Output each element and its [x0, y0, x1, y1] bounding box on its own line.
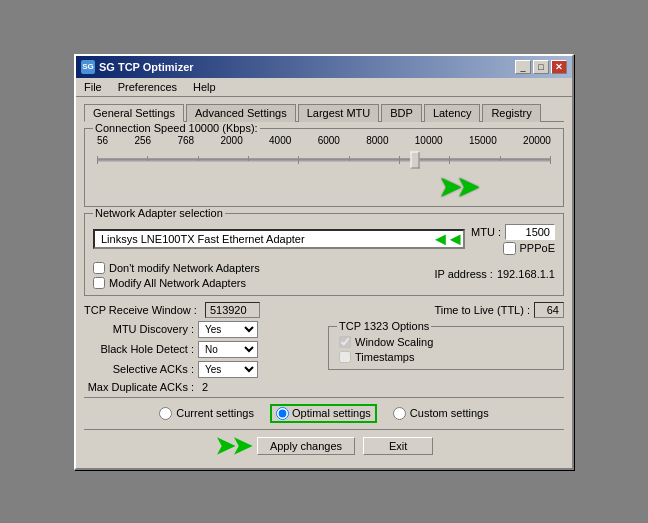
slider-arrow-row: ➤➤: [93, 174, 555, 200]
main-window: SG SG TCP Optimizer _ □ ✕ File Preferenc…: [74, 54, 574, 470]
custom-settings-label: Custom settings: [410, 407, 489, 419]
window-scaling-row: Window Scaling: [339, 336, 553, 348]
tick-56: 56: [97, 135, 108, 146]
current-settings-radio[interactable]: [159, 407, 172, 420]
network-adapter-section: Network Adapter selection Linksys LNE100…: [84, 213, 564, 296]
window-scaling-label: Window Scaling: [355, 336, 433, 348]
tick-mark: [97, 156, 98, 164]
mtu-label: MTU :: [471, 226, 501, 238]
menu-preferences[interactable]: Preferences: [114, 80, 181, 94]
adapter-bottom-row: Don't modify Network Adapters Modify All…: [93, 259, 555, 289]
dont-modify-label: Don't modify Network Adapters: [109, 262, 260, 274]
tab-latency[interactable]: Latency: [424, 104, 481, 122]
apply-green-arrow-icon: ➤➤: [215, 434, 249, 458]
dont-modify-checkbox[interactable]: [93, 262, 105, 274]
slider-container: [97, 148, 551, 172]
tick-mark: [500, 156, 501, 161]
timestamps-checkbox[interactable]: [339, 351, 351, 363]
tab-advanced-settings[interactable]: Advanced Settings: [186, 104, 296, 122]
tab-general-settings[interactable]: General Settings: [84, 104, 184, 122]
mtu-input[interactable]: [505, 224, 555, 240]
content-area: General Settings Advanced Settings Large…: [76, 97, 572, 468]
current-settings-label: Current settings: [176, 407, 254, 419]
tick-mark: [399, 156, 400, 164]
modify-all-row: Modify All Network Adapters: [93, 277, 260, 289]
tick-768: 768: [177, 135, 194, 146]
mtu-row: MTU :: [471, 224, 555, 240]
current-settings-radio-row: Current settings: [159, 407, 254, 420]
black-hole-row: Black Hole Detect : No Yes: [84, 341, 320, 358]
minimize-button[interactable]: _: [515, 60, 531, 74]
connection-speed-section: Connection Speed 10000 (Kbps): 56 256 76…: [84, 128, 564, 207]
tick-mark: [550, 156, 551, 164]
maximize-button[interactable]: □: [533, 60, 549, 74]
tick-2000: 2000: [220, 135, 242, 146]
menu-help[interactable]: Help: [189, 80, 220, 94]
max-dup-label: Max Duplicate ACKs :: [84, 381, 194, 393]
max-dup-row: Max Duplicate ACKs : 2: [84, 381, 320, 393]
adapter-row: Linksys LNE100TX Fast Ethernet Adapter ◄…: [93, 224, 555, 255]
adapter-checkboxes: Don't modify Network Adapters Modify All…: [93, 259, 260, 289]
tab-largest-mtu[interactable]: Largest MTU: [298, 104, 380, 122]
radio-group: Current settings Optimal settings Custom…: [84, 404, 564, 423]
optimal-settings-label: Optimal settings: [292, 407, 371, 419]
tick-20000: 20000: [523, 135, 551, 146]
mtu-pppoe-container: MTU : PPPoE: [471, 224, 555, 255]
black-hole-label: Black Hole Detect :: [84, 343, 194, 355]
selective-acks-select[interactable]: Yes No: [198, 361, 258, 378]
tick-8000: 8000: [366, 135, 388, 146]
ttl-row: Time to Live (TTL) : 64: [328, 302, 564, 318]
apply-button[interactable]: Apply changes: [257, 437, 355, 455]
modify-all-label: Modify All Network Adapters: [109, 277, 246, 289]
tick-10000: 10000: [415, 135, 443, 146]
pppoe-checkbox[interactable]: [503, 242, 516, 255]
adapter-select[interactable]: Linksys LNE100TX Fast Ethernet Adapter: [93, 229, 465, 249]
slider-green-arrow-icon: ➤➤: [439, 174, 475, 200]
divider: [84, 397, 564, 398]
tick-mark: [298, 156, 299, 164]
tcp-receive-value: 513920: [205, 302, 260, 318]
window-title: SG TCP Optimizer: [99, 61, 194, 73]
tcp-options-label: TCP 1323 Options: [337, 320, 431, 332]
tab-bar: General Settings Advanced Settings Large…: [84, 103, 564, 122]
title-bar-left: SG SG TCP Optimizer: [81, 60, 194, 74]
max-dup-value: 2: [202, 381, 222, 393]
network-adapter-section-label: Network Adapter selection: [93, 207, 225, 219]
tcp-receive-label: TCP Receive Window :: [84, 304, 197, 316]
custom-settings-radio-row: Custom settings: [393, 407, 489, 420]
mtu-discovery-label: MTU Discovery :: [84, 323, 194, 335]
title-bar: SG SG TCP Optimizer _ □ ✕: [76, 56, 572, 78]
selective-acks-row: Selective ACKs : Yes No: [84, 361, 320, 378]
right-settings: Time to Live (TTL) : 64 TCP 1323 Options…: [328, 302, 564, 393]
window-scaling-checkbox[interactable]: [339, 336, 351, 348]
menu-file[interactable]: File: [80, 80, 106, 94]
optimal-settings-radio[interactable]: [276, 407, 289, 420]
tcp-receive-row: TCP Receive Window : 513920: [84, 302, 320, 318]
ip-label: IP address :: [434, 268, 493, 280]
tick-6000: 6000: [318, 135, 340, 146]
mtu-discovery-select[interactable]: Yes No: [198, 321, 258, 338]
tcp-options-section: TCP 1323 Options Window Scaling Timestam…: [328, 326, 564, 370]
tick-marks: [97, 156, 551, 164]
title-buttons: _ □ ✕: [515, 60, 567, 74]
tab-bdp[interactable]: BDP: [381, 104, 422, 122]
tick-mark: [449, 156, 450, 164]
apply-row: ➤➤ Apply changes Exit: [84, 429, 564, 462]
pppoe-label: PPPoE: [520, 242, 555, 254]
exit-button[interactable]: Exit: [363, 437, 433, 455]
modify-all-checkbox[interactable]: [93, 277, 105, 289]
close-button[interactable]: ✕: [551, 60, 567, 74]
adapter-select-container: Linksys LNE100TX Fast Ethernet Adapter ◄…: [93, 229, 465, 249]
tab-registry[interactable]: Registry: [482, 104, 540, 122]
black-hole-select[interactable]: No Yes: [198, 341, 258, 358]
slider-row: [93, 146, 555, 174]
custom-settings-radio[interactable]: [393, 407, 406, 420]
connection-speed-label: Connection Speed 10000 (Kbps):: [93, 122, 260, 134]
timestamps-label: Timestamps: [355, 351, 415, 363]
ttl-label: Time to Live (TTL) :: [434, 304, 530, 316]
tick-mark: [198, 156, 199, 161]
speed-slider-thumb[interactable]: [410, 151, 419, 168]
tick-256: 256: [134, 135, 151, 146]
pppoe-row: PPPoE: [503, 242, 555, 255]
dont-modify-row: Don't modify Network Adapters: [93, 262, 260, 274]
